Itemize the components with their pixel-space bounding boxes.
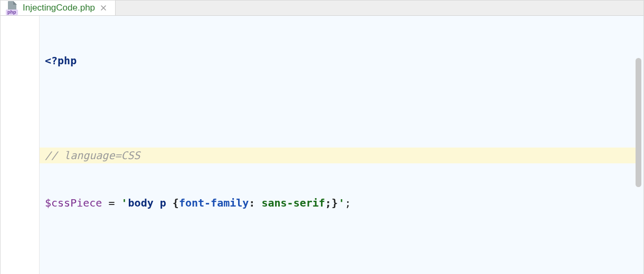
css-property: font-family [179,197,249,209]
css-brace-close: } [332,197,338,209]
inspection-ok-icon[interactable] [626,21,637,32]
php-file-icon: php [6,1,18,15]
filetype-badge: php [6,9,18,15]
close-icon[interactable] [99,4,108,12]
tab-title: InjectingCode.php [23,3,95,13]
editor-tab-injecting-code[interactable]: php InjectingCode.php [1,1,116,15]
comment-language-injection: // language=CSS [45,148,140,163]
ide-window: php InjectingCode.php <?php // language=… [0,0,644,274]
code-line: $cssPiece = 'body p {font-family: sans-s… [45,195,638,211]
assignment-operator: = [102,195,121,211]
close-icon-svg [100,5,107,11]
variable-csspiece: $cssPiece [45,195,102,211]
string-close-quote: ' [338,195,345,211]
editor-gutter[interactable] [1,16,40,274]
css-selector: body p [128,197,173,209]
editor-tab-bar: php InjectingCode.php [1,1,643,16]
css-brace-open: { [173,197,179,209]
statement-terminator: ; [345,195,351,211]
code-editor[interactable]: <?php // language=CSS $cssPiece = 'body … [40,16,643,274]
code-line-highlighted: // language=CSS [40,148,638,163]
css-colon: : [249,197,261,209]
css-value: sans-serif [261,197,325,209]
code-line-blank [45,100,638,116]
string-open-quote: ' [121,195,128,211]
vertical-scrollbar-thumb[interactable] [636,58,641,187]
editor-area: <?php // language=CSS $cssPiece = 'body … [1,16,643,274]
code-line: <?php [45,53,638,68]
php-open-tag: <?php [45,53,77,68]
css-semicolon: ; [325,197,332,209]
